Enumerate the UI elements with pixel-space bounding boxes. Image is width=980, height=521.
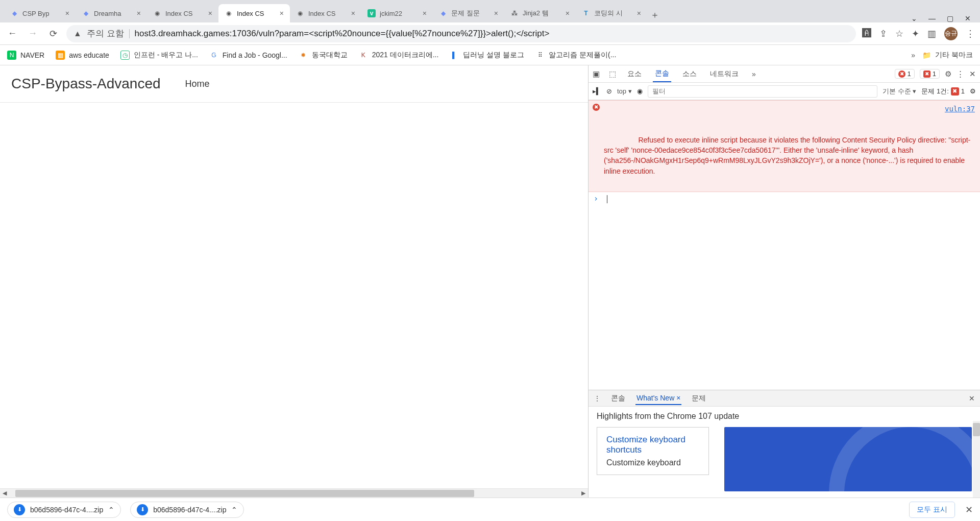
scroll-thumb[interactable] <box>973 423 980 436</box>
nav-home-link[interactable]: Home <box>185 79 210 89</box>
show-all-downloads-button[interactable]: 모두 표시 <box>909 502 955 518</box>
browser-tab[interactable]: T코딩의 시× <box>576 4 647 22</box>
forward-button[interactable]: → <box>26 27 40 41</box>
drawer-tab-issues[interactable]: 문제 <box>691 392 707 405</box>
bookmarks-overflow-icon[interactable]: » <box>911 51 915 59</box>
bookmark-item[interactable]: ◷인프런 - 배우고 나... <box>120 51 198 60</box>
bookmark-item[interactable]: ✸동국대학교 <box>299 51 348 60</box>
bookmarks-folder[interactable]: 📁기타 북마크 <box>922 51 973 60</box>
console-prompt[interactable]: › <box>589 192 980 205</box>
live-expression-icon[interactable]: ◉ <box>637 87 643 95</box>
browser-tab[interactable]: ◆Dreamha× <box>76 4 147 22</box>
close-icon[interactable]: × <box>637 9 641 17</box>
close-icon[interactable]: × <box>494 9 498 17</box>
bookmark-item[interactable]: ▦aws educate <box>56 51 109 60</box>
chevron-up-icon[interactable]: ⌃ <box>108 506 114 514</box>
close-icon[interactable]: ✕ <box>969 69 976 79</box>
whatsnew-link[interactable]: Customize keyboard shortcuts <box>606 435 685 455</box>
menu-icon[interactable]: ⋮ <box>957 69 964 79</box>
omnibox[interactable]: ▲ 주의 요함 host3.dreamhack.games:17036/vuln… <box>66 25 856 42</box>
vertical-scrollbar[interactable] <box>973 421 980 498</box>
bookmark-item[interactable]: GFind a Job - Googl... <box>209 51 287 60</box>
page-header: CSP-Bypass-Advanced Home <box>0 65 588 103</box>
close-icon[interactable]: × <box>208 9 212 17</box>
clear-console-icon[interactable]: ⊘ <box>606 87 612 95</box>
issues-indicator[interactable]: 문제 1건: ✖1 <box>921 87 965 96</box>
issue-count-badge[interactable]: ✖1 <box>920 69 940 79</box>
chevron-up-icon[interactable]: ⌃ <box>231 506 237 514</box>
maximize-icon[interactable]: ▢ <box>947 14 953 22</box>
browser-tab[interactable]: ◆문제 질문× <box>433 4 504 22</box>
close-icon[interactable]: × <box>423 9 427 17</box>
filter-input[interactable] <box>648 85 877 98</box>
bookmark-item[interactable]: ⠿알고리즘 문제풀이(... <box>535 51 616 60</box>
devtools-tab-network[interactable]: 네트워크 <box>708 66 741 82</box>
translate-icon[interactable]: 🅰 <box>862 28 871 39</box>
error-count-badge[interactable]: ✖1 <box>895 69 915 79</box>
tab-title: 코딩의 시 <box>594 9 633 18</box>
whatsnew-card[interactable]: Customize keyboard shortcuts Customize k… <box>597 427 709 475</box>
browser-tab[interactable]: ◉Index CS× <box>290 4 361 22</box>
bookmark-label: 인프런 - 배우고 나... <box>134 51 198 60</box>
device-toggle-icon[interactable]: ⬚ <box>609 69 616 79</box>
devtools-tab-more[interactable]: » <box>750 67 758 81</box>
log-level-selector[interactable]: 기본 수준 ▾ <box>883 87 916 96</box>
tab-title: Index CS <box>165 10 204 17</box>
drawer-tab-console[interactable]: 콘솔 <box>610 392 626 405</box>
scroll-right-icon[interactable]: ▶ <box>579 490 588 496</box>
bookmark-item[interactable]: NNAVER <box>7 51 44 60</box>
close-icon[interactable]: × <box>65 9 69 17</box>
scroll-left-icon[interactable]: ◀ <box>0 490 9 496</box>
bookmark-star-icon[interactable]: ☆ <box>895 28 903 39</box>
share-icon[interactable]: ⇪ <box>879 28 887 39</box>
sidebar-toggle-icon[interactable]: ▸▍ <box>593 87 601 95</box>
browser-tab[interactable]: ⁂Jinja2 템× <box>504 4 576 22</box>
chevron-down-icon[interactable]: ⌄ <box>911 14 917 22</box>
close-icon[interactable]: × <box>676 394 680 402</box>
bookmark-item[interactable]: K2021 데이터크리에... <box>359 51 439 60</box>
browser-tab[interactable]: ◆CSP Byp× <box>4 4 76 22</box>
close-icon[interactable]: × <box>280 9 284 17</box>
site-info-icon[interactable]: ▲ <box>74 29 82 38</box>
devtools-tab-elements[interactable]: 요소 <box>625 66 644 82</box>
console-filter[interactable] <box>648 85 877 98</box>
browser-tabstrip: ◆CSP Byp× ◆Dreamha× ◉Index CS× ◉Index CS… <box>0 0 980 22</box>
url-text: host3.dreamhack.games:17036/vuln?param=<… <box>135 29 550 39</box>
extensions-icon[interactable]: ✦ <box>912 28 919 39</box>
scroll-thumb[interactable] <box>15 490 474 497</box>
close-icon[interactable]: ✕ <box>969 394 975 402</box>
browser-tab-active[interactable]: ◉Index CS× <box>218 4 290 22</box>
reload-button[interactable]: ⟳ <box>46 27 60 41</box>
context-selector[interactable]: top ▾ <box>617 87 632 95</box>
menu-icon[interactable]: ⋮ <box>966 28 975 39</box>
close-icon[interactable]: ✕ <box>965 14 971 22</box>
browser-tab[interactable]: vjckim22× <box>361 4 433 22</box>
error-source-link[interactable]: vuln:37 <box>945 104 975 114</box>
devtools-tab-sources[interactable]: 소스 <box>680 66 699 82</box>
gear-icon[interactable]: ⚙ <box>970 87 976 95</box>
download-item[interactable]: ⬇ b06d5896-d47c-4....zip ⌃ <box>130 502 244 518</box>
new-tab-button[interactable]: ＋ <box>647 7 663 22</box>
profile-avatar[interactable]: 승규 <box>944 27 958 40</box>
close-icon[interactable]: ✕ <box>965 504 973 515</box>
drawer-tab-whatsnew[interactable]: What's New × <box>635 392 681 405</box>
back-button[interactable]: ← <box>5 27 19 41</box>
bookmark-item[interactable]: ▌딥러닝 설명 블로그 <box>450 51 524 60</box>
inspect-icon[interactable]: ▣ <box>593 69 600 79</box>
download-item[interactable]: ⬇ b06d5896-d47c-4....zip ⌃ <box>7 502 121 518</box>
devtools-tabs: ▣ ⬚ 요소 콘솔 소스 네트워크 » ✖1 ✖1 ⚙ ⋮ ✕ <box>589 65 980 83</box>
minimize-icon[interactable]: — <box>928 14 936 22</box>
window-controls: ⌄ — ▢ ✕ <box>911 14 976 22</box>
close-icon[interactable]: × <box>566 9 570 17</box>
bookmark-label: 2021 데이터크리에... <box>372 51 439 60</box>
sidepanel-icon[interactable]: ▥ <box>927 28 936 39</box>
bookmarks-bar: NNAVER ▦aws educate ◷인프런 - 배우고 나... GFin… <box>0 45 980 65</box>
menu-icon[interactable]: ⋮ <box>594 394 601 402</box>
console-error-message[interactable]: ✖ vuln:37 Refused to execute inline scri… <box>589 100 980 192</box>
browser-tab[interactable]: ◉Index CS× <box>147 4 218 22</box>
horizontal-scrollbar[interactable]: ◀ ▶ <box>0 488 588 498</box>
close-icon[interactable]: × <box>351 9 355 17</box>
devtools-tab-console[interactable]: 콘솔 <box>653 66 671 82</box>
close-icon[interactable]: × <box>137 9 141 17</box>
gear-icon[interactable]: ⚙ <box>945 69 951 79</box>
